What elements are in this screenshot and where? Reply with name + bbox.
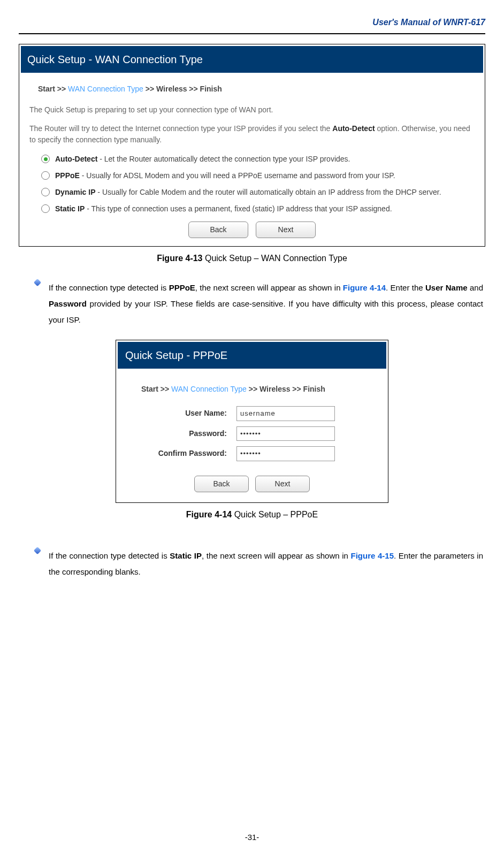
figure-caption-1: Figure 4-13 Quick Setup – WAN Connection… bbox=[19, 252, 485, 265]
row-password: Password: ••••••• bbox=[125, 424, 379, 444]
bc-rest: >> Wireless >> Finish bbox=[247, 385, 325, 393]
label-password: Password: bbox=[125, 428, 236, 439]
opt-desc: - Let the Router automatically detect th… bbox=[97, 155, 350, 163]
opt-name: Static IP bbox=[55, 204, 85, 213]
fig-num: Figure 4-13 bbox=[157, 254, 202, 263]
doc-header: User's Manual of WNRT-617 bbox=[19, 16, 485, 34]
fig-text: Quick Setup – PPPoE bbox=[232, 510, 318, 519]
diamond-bullet-icon bbox=[34, 547, 41, 554]
panel-body: Start >> WAN Connection Type >> Wireless… bbox=[118, 369, 386, 501]
password-field[interactable]: ••••••• bbox=[236, 426, 335, 441]
breadcrumb: Start >> WAN Connection Type >> Wireless… bbox=[125, 374, 379, 403]
screenshot-wan-type: Quick Setup - WAN Connection Type Start … bbox=[19, 44, 485, 247]
button-row: Back Next bbox=[28, 217, 476, 240]
opt-name: Auto-Detect bbox=[55, 155, 97, 163]
radio-icon[interactable] bbox=[41, 188, 50, 196]
page-number: -31- bbox=[0, 831, 504, 844]
option-dynamic-ip[interactable]: Dynamic IP - Usually for Cable Modem and… bbox=[28, 184, 476, 201]
next-button[interactable]: Next bbox=[255, 476, 310, 492]
bc-start: Start >> bbox=[38, 85, 68, 93]
username-field[interactable]: username bbox=[236, 406, 335, 421]
p-seg: . Enter the bbox=[386, 283, 425, 292]
p-bold: Static IP bbox=[170, 551, 202, 560]
bc-active: WAN Connection Type bbox=[68, 85, 143, 93]
fig-text: Quick Setup – WAN Connection Type bbox=[203, 254, 347, 263]
option-auto-detect[interactable]: Auto-Detect - Let the Router automatical… bbox=[28, 151, 476, 167]
p-seg: , the next screen will appear as shown i… bbox=[195, 283, 343, 292]
paragraph-static-ip: If the connection type detected is Stati… bbox=[35, 548, 483, 580]
p-seg: If the connection type detected is bbox=[49, 551, 170, 560]
t2bold: Auto-Detect bbox=[332, 124, 375, 133]
figure-ref[interactable]: Figure 4-15 bbox=[351, 551, 394, 560]
label-username: User Name: bbox=[125, 408, 236, 419]
option-static-ip[interactable]: Static IP - This type of connection uses… bbox=[28, 201, 476, 217]
confirm-password-field[interactable]: ••••••• bbox=[236, 446, 335, 461]
label-confirm: Confirm Password: bbox=[125, 448, 236, 459]
opt-desc: - Usually for ADSL Modem and you will ne… bbox=[80, 171, 395, 180]
p-seg: , the next screen will appear as shown i… bbox=[202, 551, 351, 560]
button-row: Back Next bbox=[125, 464, 379, 497]
bc-active: WAN Connection Type bbox=[171, 385, 247, 393]
t2a: The Router will try to detect the Intern… bbox=[29, 124, 332, 133]
option-pppoe[interactable]: PPPoE - Usually for ADSL Modem and you w… bbox=[28, 167, 476, 184]
intro-text-2: The Router will try to detect the Intern… bbox=[28, 121, 476, 151]
opt-name: PPPoE bbox=[55, 171, 80, 180]
screenshot-pppoe: Quick Setup - PPPoE Start >> WAN Connect… bbox=[116, 340, 388, 503]
p-bold: Password bbox=[49, 299, 87, 308]
paragraph-pppoe: If the connection type detected is PPPoE… bbox=[35, 280, 483, 328]
next-button[interactable]: Next bbox=[256, 222, 316, 238]
row-confirm: Confirm Password: ••••••• bbox=[125, 444, 379, 464]
intro-text-1: The Quick Setup is preparing to set up y… bbox=[28, 102, 476, 121]
panel-title: Quick Setup - PPPoE bbox=[118, 342, 386, 369]
radio-icon[interactable] bbox=[41, 204, 50, 213]
diamond-bullet-icon bbox=[34, 279, 41, 286]
figure-ref[interactable]: Figure 4-14 bbox=[343, 283, 386, 292]
p-bold: User Name bbox=[425, 283, 468, 292]
p-seg: If the connection type detected is bbox=[49, 283, 169, 292]
back-button[interactable]: Back bbox=[188, 222, 248, 238]
opt-name: Dynamic IP bbox=[55, 188, 95, 196]
panel-title: Quick Setup - WAN Connection Type bbox=[21, 46, 483, 73]
p-seg: provided by your ISP. These fields are c… bbox=[49, 299, 483, 324]
figure-caption-2: Figure 4-14 Quick Setup – PPPoE bbox=[19, 508, 485, 521]
p-bold: PPPoE bbox=[169, 283, 195, 292]
breadcrumb: Start >> WAN Connection Type >> Wireless… bbox=[28, 79, 476, 102]
opt-desc: - This type of connection uses a permane… bbox=[85, 204, 392, 213]
bc-rest: >> Wireless >> Finish bbox=[143, 85, 222, 93]
panel-body: Start >> WAN Connection Type >> Wireless… bbox=[21, 73, 483, 245]
back-button[interactable]: Back bbox=[194, 476, 249, 492]
bc-start: Start >> bbox=[141, 385, 171, 393]
radio-icon[interactable] bbox=[41, 171, 50, 180]
row-username: User Name: username bbox=[125, 403, 379, 424]
opt-desc: - Usually for Cable Modem and the router… bbox=[95, 188, 441, 196]
p-seg: and bbox=[468, 283, 483, 292]
radio-icon[interactable] bbox=[41, 155, 50, 163]
fig-num: Figure 4-14 bbox=[186, 510, 232, 519]
